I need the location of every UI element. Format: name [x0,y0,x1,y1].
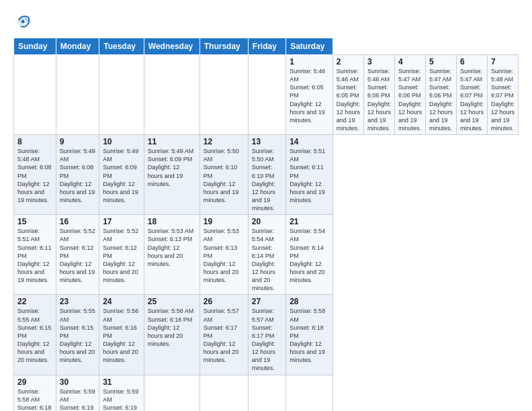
calendar-day-27: 27Sunrise: 5:57 AMSunset: 6:17 PMDayligh… [248,295,285,375]
calendar-day-22: 22Sunrise: 5:55 AMSunset: 6:15 PMDayligh… [14,295,56,375]
day-info: Sunrise: 5:48 AMSunset: 6:07 PMDaylight:… [491,68,515,132]
day-number: 22 [17,297,52,306]
day-info: Sunrise: 5:46 AMSunset: 6:05 PMDaylight:… [290,68,325,124]
day-number: 7 [491,57,515,66]
calendar-header-monday: Monday [56,38,99,55]
calendar-day-18: 18Sunrise: 5:53 AMSunset: 6:13 PMDayligh… [144,215,200,295]
day-info: Sunrise: 5:49 AMSunset: 6:09 PMDaylight:… [103,148,138,203]
calendar-day-14: 14Sunrise: 5:51 AMSunset: 6:11 PMDayligh… [286,135,333,215]
day-info: Sunrise: 5:48 AMSunset: 6:08 PMDaylight:… [17,148,52,203]
calendar-day-28: 28Sunrise: 5:58 AMSunset: 6:18 PMDayligh… [286,295,333,375]
day-number: 5 [429,57,453,66]
calendar-day-3: 3Sunrise: 5:46 AMSunset: 6:06 PMDaylight… [363,55,394,135]
calendar-day-6: 6Sunrise: 5:47 AMSunset: 6:07 PMDaylight… [456,55,487,135]
day-info: Sunrise: 5:46 AMSunset: 6:05 PMDaylight:… [337,68,360,132]
day-number: 2 [337,57,360,66]
day-info: Sunrise: 5:53 AMSunset: 6:13 PMDaylight:… [148,228,194,267]
calendar-empty-cell [248,375,285,411]
day-number: 15 [17,217,52,226]
day-info: Sunrise: 5:49 AMSunset: 6:08 PMDaylight:… [60,148,95,203]
day-info: Sunrise: 5:53 AMSunset: 6:13 PMDaylight:… [204,228,239,283]
day-number: 30 [60,377,95,387]
calendar-table: SundayMondayTuesdayWednesdayThursdayFrid… [13,38,519,411]
day-info: Sunrise: 5:59 AMSunset: 6:19 PMDaylight:… [103,388,138,412]
calendar-day-25: 25Sunrise: 5:56 AMSunset: 6:16 PMDayligh… [144,295,200,375]
calendar-day-13: 13Sunrise: 5:50 AMSunset: 6:10 PMDayligh… [248,135,285,215]
day-number: 13 [252,137,282,146]
day-info: Sunrise: 5:47 AMSunset: 6:06 PMDaylight:… [398,68,422,132]
day-number: 21 [290,217,329,226]
calendar-day-10: 10Sunrise: 5:49 AMSunset: 6:09 PMDayligh… [99,135,144,215]
day-info: Sunrise: 5:58 AMSunset: 6:18 PMDaylight:… [17,388,52,412]
calendar-empty-cell [200,55,248,135]
calendar-day-2: 2Sunrise: 5:46 AMSunset: 6:05 PMDaylight… [332,55,363,135]
calendar-week-2: 8Sunrise: 5:48 AMSunset: 6:08 PMDaylight… [14,135,519,215]
day-number: 27 [252,297,282,306]
day-info: Sunrise: 5:55 AMSunset: 6:15 PMDaylight:… [17,308,52,363]
day-number: 8 [17,137,52,146]
day-info: Sunrise: 5:46 AMSunset: 6:06 PMDaylight:… [367,68,391,132]
day-number: 6 [460,57,484,66]
calendar-day-31: 31Sunrise: 5:59 AMSunset: 6:19 PMDayligh… [99,375,144,411]
calendar-header-friday: Friday [248,38,285,55]
day-number: 26 [204,297,245,306]
calendar-day-29: 29Sunrise: 5:58 AMSunset: 6:18 PMDayligh… [14,375,56,411]
day-number: 3 [367,57,391,66]
day-info: Sunrise: 5:52 AMSunset: 6:12 PMDaylight:… [103,228,138,283]
day-number: 25 [148,297,196,306]
calendar-day-12: 12Sunrise: 5:50 AMSunset: 6:10 PMDayligh… [200,135,248,215]
day-number: 1 [290,57,329,66]
day-number: 28 [290,297,329,306]
logo [13,12,35,31]
day-info: Sunrise: 5:57 AMSunset: 6:17 PMDaylight:… [252,308,275,371]
calendar-header-thursday: Thursday [200,38,248,55]
calendar-day-16: 16Sunrise: 5:52 AMSunset: 6:12 PMDayligh… [56,215,99,295]
day-info: Sunrise: 5:56 AMSunset: 6:16 PMDaylight:… [148,308,194,347]
header [13,12,519,31]
calendar-day-23: 23Sunrise: 5:55 AMSunset: 6:15 PMDayligh… [56,295,99,375]
day-number: 23 [60,297,95,306]
calendar-header-tuesday: Tuesday [99,38,144,55]
day-info: Sunrise: 5:50 AMSunset: 6:10 PMDaylight:… [252,148,275,212]
calendar-empty-cell [248,55,285,135]
calendar-header-saturday: Saturday [286,38,333,55]
day-number: 10 [103,137,140,146]
calendar-day-30: 30Sunrise: 5:59 AMSunset: 6:19 PMDayligh… [56,375,99,411]
logo-icon [13,12,32,31]
calendar-empty-cell [200,375,248,411]
calendar-week-5: 29Sunrise: 5:58 AMSunset: 6:18 PMDayligh… [14,375,519,411]
calendar-empty-cell [99,55,144,135]
calendar-day-24: 24Sunrise: 5:56 AMSunset: 6:16 PMDayligh… [99,295,144,375]
day-info: Sunrise: 5:56 AMSunset: 6:16 PMDaylight:… [103,308,138,363]
calendar-day-21: 21Sunrise: 5:54 AMSunset: 6:14 PMDayligh… [286,215,333,295]
calendar-day-9: 9Sunrise: 5:49 AMSunset: 6:08 PMDaylight… [56,135,99,215]
calendar-empty-cell [56,55,99,135]
day-number: 12 [204,137,245,146]
calendar-day-7: 7Sunrise: 5:48 AMSunset: 6:07 PMDaylight… [487,55,518,135]
day-number: 9 [60,137,95,146]
day-info: Sunrise: 5:49 AMSunset: 6:09 PMDaylight:… [148,148,194,187]
day-info: Sunrise: 5:59 AMSunset: 6:19 PMDaylight:… [60,388,95,412]
calendar-day-4: 4Sunrise: 5:47 AMSunset: 6:06 PMDaylight… [394,55,425,135]
day-info: Sunrise: 5:55 AMSunset: 6:15 PMDaylight:… [60,308,95,363]
day-number: 18 [148,217,196,226]
day-info: Sunrise: 5:58 AMSunset: 6:18 PMDaylight:… [290,308,325,363]
calendar-week-4: 22Sunrise: 5:55 AMSunset: 6:15 PMDayligh… [14,295,519,375]
calendar-header-row: SundayMondayTuesdayWednesdayThursdayFrid… [14,38,519,55]
day-info: Sunrise: 5:51 AMSunset: 6:11 PMDaylight:… [290,148,325,203]
calendar-day-20: 20Sunrise: 5:54 AMSunset: 6:14 PMDayligh… [248,215,285,295]
calendar-week-3: 15Sunrise: 5:51 AMSunset: 6:11 PMDayligh… [14,215,519,295]
calendar-day-26: 26Sunrise: 5:57 AMSunset: 6:17 PMDayligh… [200,295,248,375]
day-number: 4 [398,57,422,66]
day-number: 24 [103,297,140,306]
calendar-empty-cell [14,55,56,135]
day-number: 19 [204,217,245,226]
day-number: 31 [103,377,140,387]
day-number: 17 [103,217,140,226]
calendar-empty-cell [144,55,200,135]
calendar-day-15: 15Sunrise: 5:51 AMSunset: 6:11 PMDayligh… [14,215,56,295]
calendar-empty-cell [144,375,200,411]
calendar-day-19: 19Sunrise: 5:53 AMSunset: 6:13 PMDayligh… [200,215,248,295]
day-number: 29 [17,377,52,387]
day-info: Sunrise: 5:47 AMSunset: 6:06 PMDaylight:… [429,68,453,132]
